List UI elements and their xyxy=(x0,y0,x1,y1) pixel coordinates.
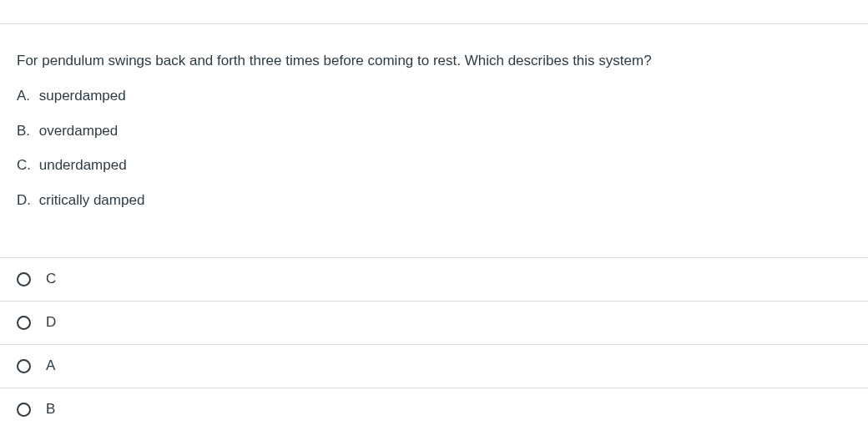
radio-option[interactable] xyxy=(17,316,31,330)
question-text: For pendulum swings back and forth three… xyxy=(17,51,851,71)
choice-letter: A. xyxy=(17,86,35,106)
choice-text: critically damped xyxy=(39,192,145,208)
choice-letter: D. xyxy=(17,190,35,210)
answers-list: C D A B xyxy=(0,257,868,431)
question-block: For pendulum swings back and forth three… xyxy=(0,24,868,234)
answer-row[interactable]: C xyxy=(0,257,868,301)
radio-option[interactable] xyxy=(17,403,31,417)
choice-definition: A. superdamped xyxy=(17,86,851,106)
radio-option[interactable] xyxy=(17,359,31,373)
choice-text: superdamped xyxy=(39,88,126,104)
choice-text: underdamped xyxy=(39,157,127,173)
choice-definition: C. underdamped xyxy=(17,155,851,175)
answer-label[interactable]: C xyxy=(46,271,56,287)
choice-letter: C. xyxy=(17,155,35,175)
choice-definitions: A. superdamped B. overdamped C. underdam… xyxy=(17,86,851,210)
answer-label[interactable]: B xyxy=(46,401,55,418)
choice-definition: D. critically damped xyxy=(17,190,851,210)
answer-row[interactable]: B xyxy=(0,388,868,431)
radio-option[interactable] xyxy=(17,272,31,286)
choice-definition: B. overdamped xyxy=(17,121,851,141)
choice-letter: B. xyxy=(17,121,35,141)
answer-row[interactable]: D xyxy=(0,301,868,344)
answer-label[interactable]: A xyxy=(46,357,55,374)
answer-label[interactable]: D xyxy=(46,314,56,331)
choice-text: overdamped xyxy=(39,123,119,139)
answer-row[interactable]: A xyxy=(0,344,868,388)
